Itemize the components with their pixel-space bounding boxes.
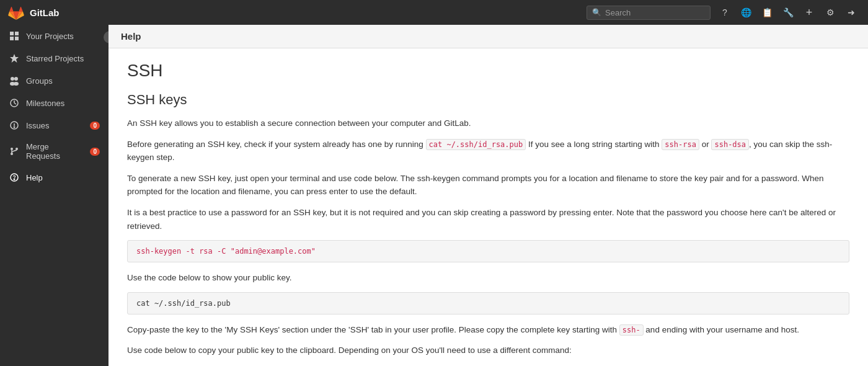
merge-icon — [9, 146, 20, 157]
svg-point-6 — [14, 77, 18, 81]
ssh-dsa-inline: ssh-dsa — [711, 139, 749, 150]
sidebar-item-help[interactable]: Help — [0, 166, 108, 189]
gear-icon-btn[interactable]: ⚙ — [821, 3, 839, 22]
para-1: An SSH key allows you to establish a sec… — [127, 117, 849, 130]
sidebar-item-your-projects[interactable]: Your Projects — [0, 25, 108, 47]
keygen-code-block: ssh-keygen -t rsa -C "admin@example.com" — [127, 240, 849, 262]
use-code-below-text: Use code below to copy your public key t… — [127, 344, 849, 357]
para-2: Before generating an SSH key, check if y… — [127, 138, 849, 164]
svg-point-16 — [11, 153, 13, 155]
sidebar-item-groups[interactable]: Groups — [0, 69, 108, 92]
sidebar-label-starred-projects: Starred Projects — [26, 54, 84, 63]
main-layout: ‹ Your Projects Starred Projects Groups … — [0, 25, 868, 366]
sidebar-item-issues[interactable]: Issues 0 — [0, 114, 108, 136]
section-title: SSH keys — [127, 92, 849, 108]
copy-paste-text: Copy-paste the key to the 'My SSH Keys' … — [127, 323, 849, 337]
svg-point-15 — [11, 148, 13, 150]
issues-badge: 0 — [90, 122, 100, 130]
help-sidebar-icon — [9, 172, 20, 183]
cat-pub-code-block: cat ~/.ssh/id_rsa.pub — [127, 292, 849, 315]
svg-point-17 — [16, 148, 18, 150]
globe-icon-btn[interactable]: 🌐 — [737, 3, 755, 22]
clock-icon — [9, 97, 20, 109]
gitlab-logo-icon — [7, 4, 25, 21]
svg-rect-2 — [10, 37, 14, 40]
svg-point-14 — [14, 127, 14, 127]
svg-marker-4 — [10, 54, 19, 63]
page-content: Help SSH SSH keys An SSH key allows you … — [108, 25, 868, 366]
search-box[interactable]: 🔍 — [587, 6, 711, 20]
svg-rect-0 — [10, 32, 14, 35]
header-icons: ? 🌐 📋 🔧 + ⚙ ➜ — [715, 3, 861, 22]
para-3: To generate a new SSH key, just open you… — [127, 172, 849, 199]
sidebar-item-milestones[interactable]: Milestones — [0, 92, 108, 114]
plus-icon-btn[interactable]: + — [800, 3, 818, 22]
sidebar-label-merge-requests: Merge Requests — [26, 142, 84, 161]
ssh-prefix-inline: ssh- — [619, 324, 644, 336]
sidebar-label-issues: Issues — [26, 121, 50, 130]
svg-line-11 — [14, 103, 16, 104]
sidebar-item-starred-projects[interactable]: Starred Projects — [0, 47, 108, 69]
sidebar-label-milestones: Milestones — [26, 99, 64, 108]
signout-icon-btn[interactable]: ➜ — [842, 3, 861, 22]
logo-area[interactable]: GitLab — [7, 4, 60, 21]
svg-point-8 — [14, 82, 19, 86]
para-4: It is a best practice to use a password … — [127, 206, 849, 233]
top-header: GitLab 🔍 ? 🌐 📋 🔧 + ⚙ ➜ — [0, 0, 868, 25]
merge-requests-badge: 0 — [90, 148, 100, 156]
svg-point-20 — [14, 179, 14, 179]
sidebar-item-merge-requests[interactable]: Merge Requests 0 — [0, 136, 108, 166]
sidebar: ‹ Your Projects Starred Projects Groups … — [0, 25, 108, 366]
svg-rect-3 — [15, 37, 19, 40]
cat-command-inline: cat ~/.ssh/id_rsa.pub — [426, 139, 526, 150]
page-header: Help — [108, 25, 868, 48]
search-input[interactable] — [605, 8, 705, 17]
issue-icon — [9, 120, 20, 131]
svg-point-5 — [11, 77, 14, 81]
help-icon-btn[interactable]: ? — [715, 3, 734, 22]
grid-icon — [9, 30, 20, 42]
sidebar-label-your-projects: Your Projects — [26, 32, 74, 41]
page-header-title: Help — [121, 31, 141, 42]
wrench-icon-btn[interactable]: 🔧 — [779, 3, 797, 22]
svg-rect-1 — [15, 32, 19, 35]
clipboard-icon-btn[interactable]: 📋 — [758, 3, 776, 22]
search-icon: 🔍 — [592, 8, 601, 17]
sidebar-label-help: Help — [26, 173, 43, 182]
content-body: SSH SSH keys An SSH key allows you to es… — [108, 48, 868, 366]
group-icon — [9, 75, 20, 86]
ssh-rsa-inline: ssh-rsa — [662, 139, 699, 150]
sidebar-label-groups: Groups — [26, 76, 53, 86]
star-icon — [9, 53, 20, 64]
main-title: SSH — [127, 61, 849, 81]
logo-text: GitLab — [30, 7, 60, 18]
show-key-text: Use the code below to show your public k… — [127, 271, 849, 285]
